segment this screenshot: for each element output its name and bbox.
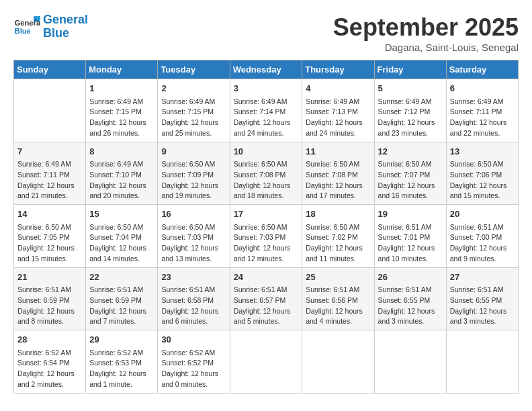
calendar-cell: 14Sunrise: 6:50 AMSunset: 7:05 PMDayligh…	[14, 205, 86, 268]
day-info: Sunrise: 6:52 AM	[161, 348, 226, 359]
day-info: and 12 minutes.	[234, 254, 299, 265]
calendar-cell: 1Sunrise: 6:49 AMSunset: 7:15 PMDaylight…	[86, 79, 158, 142]
calendar-cell: 25Sunrise: 6:51 AMSunset: 6:56 PMDayligh…	[302, 267, 374, 330]
day-info: Sunset: 7:00 PM	[450, 232, 515, 243]
calendar-cell: 29Sunrise: 6:52 AMSunset: 6:53 PMDayligh…	[86, 330, 158, 394]
day-info: and 15 minutes.	[17, 254, 82, 265]
day-info: and 17 minutes.	[306, 191, 370, 201]
day-info: and 5 minutes.	[234, 316, 299, 327]
day-info: Sunset: 6:56 PM	[306, 295, 370, 306]
day-number: 22	[89, 271, 154, 284]
day-info: Sunset: 7:07 PM	[378, 170, 443, 181]
day-number: 6	[450, 82, 515, 95]
day-info: Sunset: 6:54 PM	[17, 358, 82, 369]
day-info: Sunrise: 6:51 AM	[234, 285, 299, 295]
calendar-week-4: 21Sunrise: 6:51 AMSunset: 6:59 PMDayligh…	[14, 267, 519, 330]
day-header-saturday: Saturday	[446, 60, 518, 79]
calendar-cell: 28Sunrise: 6:52 AMSunset: 6:54 PMDayligh…	[14, 330, 86, 394]
day-info: Daylight: 12 hours	[161, 181, 226, 191]
logo-icon: General Blue	[13, 13, 40, 40]
day-info: Daylight: 12 hours	[450, 118, 515, 128]
day-info: Sunrise: 6:49 AM	[450, 97, 515, 107]
day-info: Sunrise: 6:49 AM	[234, 97, 299, 107]
day-info: Sunrise: 6:50 AM	[161, 159, 226, 170]
day-info: and 9 minutes.	[450, 254, 515, 265]
day-info: Sunset: 6:57 PM	[234, 295, 299, 306]
day-number: 30	[161, 333, 226, 347]
day-info: Sunrise: 6:51 AM	[17, 285, 82, 295]
day-info: Daylight: 12 hours	[161, 306, 226, 317]
day-info: Daylight: 12 hours	[234, 243, 299, 254]
day-info: and 19 minutes.	[161, 191, 226, 201]
day-info: Sunrise: 6:51 AM	[89, 285, 154, 295]
day-header-tuesday: Tuesday	[158, 60, 230, 79]
day-info: and 3 minutes.	[378, 316, 443, 327]
calendar-cell: 3Sunrise: 6:49 AMSunset: 7:14 PMDaylight…	[230, 79, 302, 142]
day-number: 3	[234, 82, 299, 95]
day-info: Sunset: 7:04 PM	[89, 232, 154, 243]
day-info: and 16 minutes.	[378, 191, 443, 201]
day-number: 16	[161, 208, 226, 221]
day-number: 26	[378, 271, 443, 284]
calendar-cell	[14, 79, 86, 142]
day-info: Sunset: 6:52 PM	[161, 358, 226, 369]
day-number: 15	[89, 208, 154, 221]
day-info: Daylight: 12 hours	[17, 369, 82, 379]
day-number: 11	[306, 145, 370, 158]
calendar-cell: 7Sunrise: 6:49 AMSunset: 7:11 PMDaylight…	[14, 142, 86, 205]
day-info: Daylight: 12 hours	[378, 243, 443, 254]
svg-text:Blue: Blue	[15, 27, 31, 35]
day-info: Daylight: 12 hours	[306, 306, 370, 317]
day-number: 2	[161, 82, 226, 95]
day-info: Sunrise: 6:50 AM	[234, 222, 299, 233]
day-info: Daylight: 12 hours	[378, 118, 443, 128]
day-info: Sunrise: 6:50 AM	[234, 159, 299, 170]
day-info: Daylight: 12 hours	[17, 243, 82, 254]
calendar-cell: 19Sunrise: 6:51 AMSunset: 7:01 PMDayligh…	[374, 205, 446, 268]
day-info: Daylight: 12 hours	[161, 118, 226, 128]
day-info: Sunrise: 6:50 AM	[161, 222, 226, 233]
calendar-cell: 23Sunrise: 6:51 AMSunset: 6:58 PMDayligh…	[158, 267, 230, 330]
day-info: Sunrise: 6:50 AM	[17, 222, 82, 233]
calendar-cell: 27Sunrise: 6:51 AMSunset: 6:55 PMDayligh…	[446, 267, 518, 330]
day-number: 14	[17, 208, 82, 221]
day-info: Sunrise: 6:49 AM	[17, 159, 82, 170]
calendar-cell: 15Sunrise: 6:50 AMSunset: 7:04 PMDayligh…	[86, 205, 158, 268]
day-info: Sunset: 7:11 PM	[17, 170, 82, 181]
day-info: and 26 minutes.	[89, 128, 154, 139]
day-info: Sunset: 7:08 PM	[306, 170, 370, 181]
day-info: Daylight: 12 hours	[378, 181, 443, 191]
day-number: 12	[378, 145, 443, 158]
calendar-table: SundayMondayTuesdayWednesdayThursdayFrid…	[13, 60, 519, 394]
day-info: Daylight: 12 hours	[89, 243, 154, 254]
calendar-week-3: 14Sunrise: 6:50 AMSunset: 7:05 PMDayligh…	[14, 205, 519, 268]
day-number: 27	[450, 271, 515, 284]
calendar-header-row: SundayMondayTuesdayWednesdayThursdayFrid…	[14, 60, 519, 79]
day-number: 5	[378, 82, 443, 95]
day-info: Sunrise: 6:50 AM	[378, 159, 443, 170]
calendar-cell: 4Sunrise: 6:49 AMSunset: 7:13 PMDaylight…	[302, 79, 374, 142]
calendar-cell: 24Sunrise: 6:51 AMSunset: 6:57 PMDayligh…	[230, 267, 302, 330]
day-info: and 11 minutes.	[306, 254, 370, 265]
day-info: Sunset: 6:55 PM	[378, 295, 443, 306]
day-info: and 24 minutes.	[234, 128, 299, 139]
calendar-week-1: 1Sunrise: 6:49 AMSunset: 7:15 PMDaylight…	[14, 79, 519, 142]
day-number: 9	[161, 145, 226, 158]
day-info: and 23 minutes.	[378, 128, 443, 139]
day-info: Daylight: 12 hours	[234, 306, 299, 317]
day-info: Sunrise: 6:52 AM	[17, 348, 82, 359]
day-info: Daylight: 12 hours	[17, 181, 82, 191]
day-info: Sunrise: 6:49 AM	[89, 159, 154, 170]
day-info: Sunset: 7:15 PM	[161, 107, 226, 118]
day-info: Sunset: 7:03 PM	[234, 232, 299, 243]
day-info: Daylight: 12 hours	[378, 306, 443, 317]
day-info: and 24 minutes.	[306, 128, 370, 139]
page-header: General Blue GeneralBlue September 2025 …	[13, 13, 519, 53]
day-info: Daylight: 12 hours	[234, 118, 299, 128]
day-info: Sunrise: 6:50 AM	[306, 159, 370, 170]
day-info: Sunset: 7:11 PM	[450, 107, 515, 118]
day-info: Sunset: 7:12 PM	[378, 107, 443, 118]
day-info: Sunset: 7:06 PM	[450, 170, 515, 181]
day-info: Sunset: 7:09 PM	[161, 170, 226, 181]
day-info: Daylight: 12 hours	[161, 369, 226, 379]
